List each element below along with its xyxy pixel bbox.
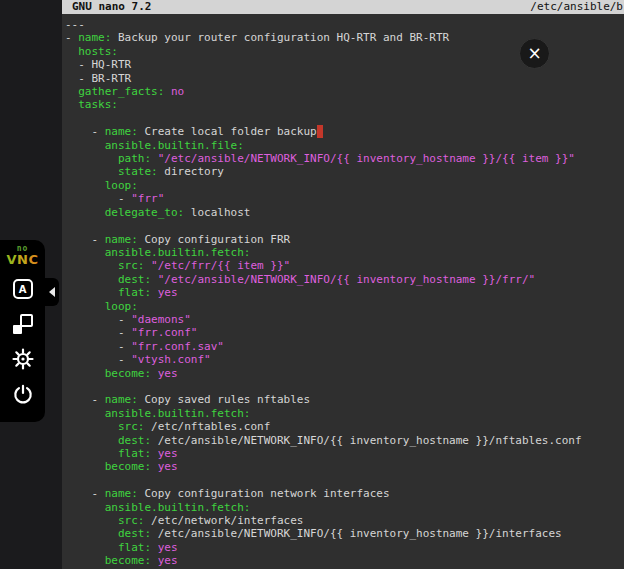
close-button[interactable]: × xyxy=(519,38,550,69)
code-line: ansible.builtin.fetch: xyxy=(65,407,624,420)
fullscreen-icon xyxy=(13,314,33,334)
code-line: delegate_to: localhost xyxy=(65,206,624,219)
file-path: /etc/ansible/b xyxy=(530,0,623,14)
clipboard-icon: A xyxy=(13,279,33,299)
code-line: ansible.builtin.fetch: xyxy=(65,246,624,259)
editor-lines[interactable]: ---- name: Backup your router configurat… xyxy=(62,14,624,568)
code-line: become: yes xyxy=(65,460,624,473)
code-line: - "daemons" xyxy=(65,313,624,326)
close-icon: × xyxy=(527,45,541,62)
code-line: loop: xyxy=(65,300,624,313)
terminal-window: GNU nano 7.2 /etc/ansible/b ---- name: B… xyxy=(62,0,624,569)
code-line: become: yes xyxy=(65,554,624,567)
code-line: - "vtysh.conf" xyxy=(65,353,624,366)
code-line xyxy=(65,219,624,232)
code-line: - name: Copy saved rules nftables xyxy=(65,393,624,406)
code-line: - name: Copy configuration network inter… xyxy=(65,487,624,500)
chevron-left-icon xyxy=(49,287,55,297)
code-line: - name: Create local folder backup xyxy=(65,125,624,138)
gear-icon xyxy=(11,347,35,371)
code-line: tasks: xyxy=(65,98,624,111)
code-line: gather_facts: no xyxy=(65,85,624,98)
code-line: flat: yes xyxy=(65,286,624,299)
code-line: loop: xyxy=(65,179,624,192)
code-line xyxy=(65,474,624,487)
nano-titlebar: GNU nano 7.2 /etc/ansible/b xyxy=(62,0,624,14)
power-icon xyxy=(12,383,34,405)
vnc-sidebar: no VNC A xyxy=(0,0,62,569)
code-line: - "frr" xyxy=(65,192,624,205)
code-line: - "frr.conf.sav" xyxy=(65,340,624,353)
code-line: flat: yes xyxy=(65,541,624,554)
code-line: flat: yes xyxy=(65,447,624,460)
code-line: ansible.builtin.fetch: xyxy=(65,501,624,514)
code-line: src: "/etc/frr/{{ item }}" xyxy=(65,259,624,272)
toolbar-collapse-handle[interactable] xyxy=(45,278,59,306)
code-line: - "frr.conf" xyxy=(65,326,624,339)
novnc-logo: no VNC xyxy=(7,245,39,266)
code-line: path: "/etc/ansible/NETWORK_INFO/{{ inve… xyxy=(65,152,624,165)
code-line: --- xyxy=(65,18,624,31)
logo-vnc: VNC xyxy=(7,253,39,266)
code-line: dest: /etc/ansible/NETWORK_INFO/{{ inven… xyxy=(65,527,624,540)
code-line: src: /etc/network/interfaces xyxy=(65,514,624,527)
code-line: src: /etc/nftables.conf xyxy=(65,420,624,433)
code-line: dest: "/etc/ansible/NETWORK_INFO/{{ inve… xyxy=(65,273,624,286)
nano-version: GNU nano 7.2 xyxy=(72,0,151,14)
screen: { "titlebar": { "app": "GNU nano 7.2", "… xyxy=(0,0,624,569)
code-line: become: yes xyxy=(65,367,624,380)
code-line xyxy=(65,380,624,393)
clipboard-button[interactable]: A xyxy=(9,275,37,303)
text-cursor xyxy=(317,125,324,138)
code-line xyxy=(65,112,624,125)
settings-button[interactable] xyxy=(9,345,37,373)
vnc-control-panel: no VNC A xyxy=(0,240,45,422)
fullscreen-button[interactable] xyxy=(9,310,37,338)
code-line: state: directory xyxy=(65,165,624,178)
power-button[interactable] xyxy=(9,380,37,408)
code-line: ansible.builtin.file: xyxy=(65,139,624,152)
code-line: - name: Copy configuration FRR xyxy=(65,233,624,246)
code-line: - BR-RTR xyxy=(65,72,624,85)
code-line: dest: /etc/ansible/NETWORK_INFO/{{ inven… xyxy=(65,434,624,447)
